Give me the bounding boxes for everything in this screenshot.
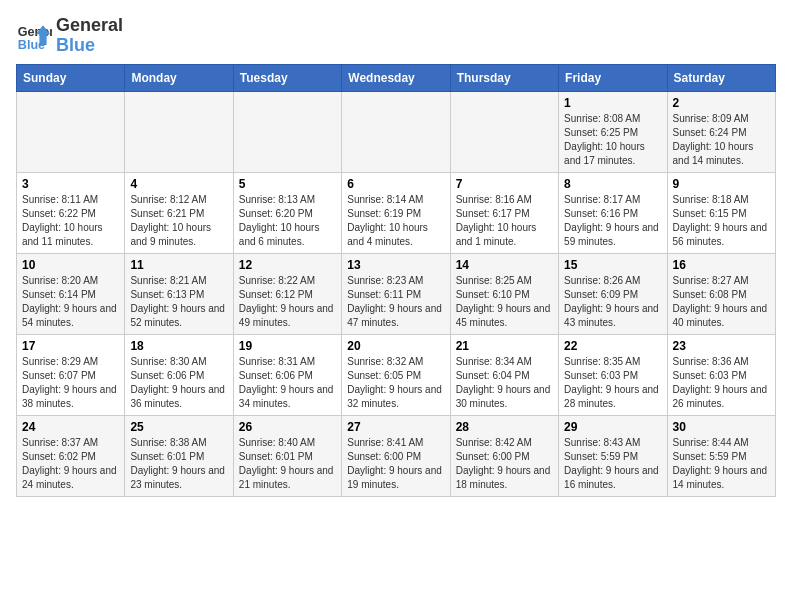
calendar-cell: 2Sunrise: 8:09 AMSunset: 6:24 PMDaylight… [667,91,775,172]
day-info: Sunrise: 8:14 AMSunset: 6:19 PMDaylight:… [347,193,444,249]
day-number: 20 [347,339,444,353]
day-number: 5 [239,177,336,191]
day-number: 27 [347,420,444,434]
calendar-cell: 8Sunrise: 8:17 AMSunset: 6:16 PMDaylight… [559,172,667,253]
calendar-cell: 18Sunrise: 8:30 AMSunset: 6:06 PMDayligh… [125,334,233,415]
day-info: Sunrise: 8:32 AMSunset: 6:05 PMDaylight:… [347,355,444,411]
day-info: Sunrise: 8:20 AMSunset: 6:14 PMDaylight:… [22,274,119,330]
day-info: Sunrise: 8:08 AMSunset: 6:25 PMDaylight:… [564,112,661,168]
calendar-cell: 28Sunrise: 8:42 AMSunset: 6:00 PMDayligh… [450,415,558,496]
day-number: 17 [22,339,119,353]
calendar-cell: 12Sunrise: 8:22 AMSunset: 6:12 PMDayligh… [233,253,341,334]
calendar-cell: 11Sunrise: 8:21 AMSunset: 6:13 PMDayligh… [125,253,233,334]
calendar-cell: 20Sunrise: 8:32 AMSunset: 6:05 PMDayligh… [342,334,450,415]
calendar-cell: 29Sunrise: 8:43 AMSunset: 5:59 PMDayligh… [559,415,667,496]
calendar-cell: 19Sunrise: 8:31 AMSunset: 6:06 PMDayligh… [233,334,341,415]
day-number: 12 [239,258,336,272]
calendar-cell: 27Sunrise: 8:41 AMSunset: 6:00 PMDayligh… [342,415,450,496]
weekday-header-sunday: Sunday [17,64,125,91]
day-info: Sunrise: 8:23 AMSunset: 6:11 PMDaylight:… [347,274,444,330]
calendar-table: SundayMondayTuesdayWednesdayThursdayFrid… [16,64,776,497]
day-info: Sunrise: 8:26 AMSunset: 6:09 PMDaylight:… [564,274,661,330]
calendar-cell: 21Sunrise: 8:34 AMSunset: 6:04 PMDayligh… [450,334,558,415]
day-info: Sunrise: 8:34 AMSunset: 6:04 PMDaylight:… [456,355,553,411]
day-number: 29 [564,420,661,434]
day-number: 9 [673,177,770,191]
calendar-cell: 1Sunrise: 8:08 AMSunset: 6:25 PMDaylight… [559,91,667,172]
day-info: Sunrise: 8:40 AMSunset: 6:01 PMDaylight:… [239,436,336,492]
calendar-cell: 22Sunrise: 8:35 AMSunset: 6:03 PMDayligh… [559,334,667,415]
logo-icon: General Blue [16,18,52,54]
calendar-week-3: 17Sunrise: 8:29 AMSunset: 6:07 PMDayligh… [17,334,776,415]
calendar-cell: 13Sunrise: 8:23 AMSunset: 6:11 PMDayligh… [342,253,450,334]
day-number: 3 [22,177,119,191]
day-info: Sunrise: 8:29 AMSunset: 6:07 PMDaylight:… [22,355,119,411]
day-number: 18 [130,339,227,353]
day-info: Sunrise: 8:22 AMSunset: 6:12 PMDaylight:… [239,274,336,330]
calendar-cell: 17Sunrise: 8:29 AMSunset: 6:07 PMDayligh… [17,334,125,415]
day-info: Sunrise: 8:21 AMSunset: 6:13 PMDaylight:… [130,274,227,330]
day-number: 25 [130,420,227,434]
day-number: 22 [564,339,661,353]
day-info: Sunrise: 8:38 AMSunset: 6:01 PMDaylight:… [130,436,227,492]
weekday-header-thursday: Thursday [450,64,558,91]
day-info: Sunrise: 8:16 AMSunset: 6:17 PMDaylight:… [456,193,553,249]
day-info: Sunrise: 8:25 AMSunset: 6:10 PMDaylight:… [456,274,553,330]
calendar-body: 1Sunrise: 8:08 AMSunset: 6:25 PMDaylight… [17,91,776,496]
day-number: 26 [239,420,336,434]
day-number: 4 [130,177,227,191]
day-info: Sunrise: 8:37 AMSunset: 6:02 PMDaylight:… [22,436,119,492]
day-number: 10 [22,258,119,272]
weekday-header-wednesday: Wednesday [342,64,450,91]
calendar-header: SundayMondayTuesdayWednesdayThursdayFrid… [17,64,776,91]
day-info: Sunrise: 8:11 AMSunset: 6:22 PMDaylight:… [22,193,119,249]
calendar-week-2: 10Sunrise: 8:20 AMSunset: 6:14 PMDayligh… [17,253,776,334]
day-info: Sunrise: 8:12 AMSunset: 6:21 PMDaylight:… [130,193,227,249]
day-number: 21 [456,339,553,353]
day-number: 6 [347,177,444,191]
day-number: 1 [564,96,661,110]
day-number: 23 [673,339,770,353]
day-number: 14 [456,258,553,272]
calendar-cell [450,91,558,172]
day-info: Sunrise: 8:13 AMSunset: 6:20 PMDaylight:… [239,193,336,249]
logo: General Blue General Blue [16,16,123,56]
day-number: 13 [347,258,444,272]
calendar-cell: 23Sunrise: 8:36 AMSunset: 6:03 PMDayligh… [667,334,775,415]
calendar-cell: 24Sunrise: 8:37 AMSunset: 6:02 PMDayligh… [17,415,125,496]
day-number: 11 [130,258,227,272]
calendar-cell: 16Sunrise: 8:27 AMSunset: 6:08 PMDayligh… [667,253,775,334]
day-number: 15 [564,258,661,272]
calendar-cell: 10Sunrise: 8:20 AMSunset: 6:14 PMDayligh… [17,253,125,334]
weekday-row: SundayMondayTuesdayWednesdayThursdayFrid… [17,64,776,91]
calendar-cell [342,91,450,172]
day-info: Sunrise: 8:36 AMSunset: 6:03 PMDaylight:… [673,355,770,411]
day-info: Sunrise: 8:44 AMSunset: 5:59 PMDaylight:… [673,436,770,492]
weekday-header-friday: Friday [559,64,667,91]
page-header: General Blue General Blue [16,16,776,56]
calendar-cell: 30Sunrise: 8:44 AMSunset: 5:59 PMDayligh… [667,415,775,496]
day-number: 16 [673,258,770,272]
day-info: Sunrise: 8:09 AMSunset: 6:24 PMDaylight:… [673,112,770,168]
day-number: 19 [239,339,336,353]
day-info: Sunrise: 8:42 AMSunset: 6:00 PMDaylight:… [456,436,553,492]
day-number: 2 [673,96,770,110]
calendar-cell: 3Sunrise: 8:11 AMSunset: 6:22 PMDaylight… [17,172,125,253]
calendar-cell: 26Sunrise: 8:40 AMSunset: 6:01 PMDayligh… [233,415,341,496]
day-number: 30 [673,420,770,434]
day-number: 8 [564,177,661,191]
day-number: 7 [456,177,553,191]
calendar-cell: 5Sunrise: 8:13 AMSunset: 6:20 PMDaylight… [233,172,341,253]
weekday-header-saturday: Saturday [667,64,775,91]
calendar-week-0: 1Sunrise: 8:08 AMSunset: 6:25 PMDaylight… [17,91,776,172]
day-info: Sunrise: 8:35 AMSunset: 6:03 PMDaylight:… [564,355,661,411]
day-info: Sunrise: 8:18 AMSunset: 6:15 PMDaylight:… [673,193,770,249]
calendar-cell [125,91,233,172]
day-info: Sunrise: 8:31 AMSunset: 6:06 PMDaylight:… [239,355,336,411]
day-info: Sunrise: 8:17 AMSunset: 6:16 PMDaylight:… [564,193,661,249]
day-info: Sunrise: 8:30 AMSunset: 6:06 PMDaylight:… [130,355,227,411]
calendar-cell: 14Sunrise: 8:25 AMSunset: 6:10 PMDayligh… [450,253,558,334]
calendar-week-4: 24Sunrise: 8:37 AMSunset: 6:02 PMDayligh… [17,415,776,496]
calendar-cell: 9Sunrise: 8:18 AMSunset: 6:15 PMDaylight… [667,172,775,253]
day-number: 28 [456,420,553,434]
